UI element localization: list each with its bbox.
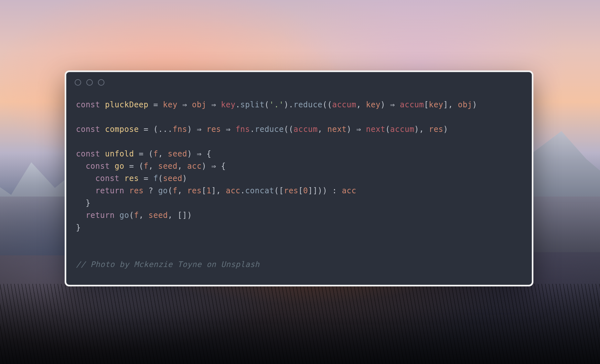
code-line-5: const res = f(seed) (76, 174, 187, 183)
window-titlebar (66, 72, 532, 87)
code-line-6: return res ? go(f, res[1], acc.concat([r… (76, 186, 356, 195)
code-line-8: return go(f, seed, []) (76, 211, 192, 220)
code-line-7: } (76, 198, 91, 208)
code-line-1: const pluckDeep = key ⇒ obj ⇒ key.split(… (76, 100, 477, 109)
code-editor[interactable]: const pluckDeep = key ⇒ obj ⇒ key.split(… (66, 87, 532, 285)
photo-credit-comment: // Photo by Mckenzie Toyne on Unsplash (76, 260, 260, 269)
foreground-reeds (0, 284, 600, 364)
code-line-4: const go = (f, seed, acc) ⇒ { (76, 162, 226, 171)
code-line-3: const unfold = (f, seed) ⇒ { (76, 149, 211, 158)
traffic-light-zoom-icon[interactable] (98, 79, 104, 86)
code-line-9: } (76, 223, 81, 232)
traffic-light-close-icon[interactable] (75, 79, 81, 86)
traffic-light-minimize-icon[interactable] (86, 79, 93, 86)
code-window: const pluckDeep = key ⇒ obj ⇒ key.split(… (65, 70, 533, 286)
code-line-2: const compose = (...fns) ⇒ res ⇒ fns.red… (76, 125, 448, 134)
